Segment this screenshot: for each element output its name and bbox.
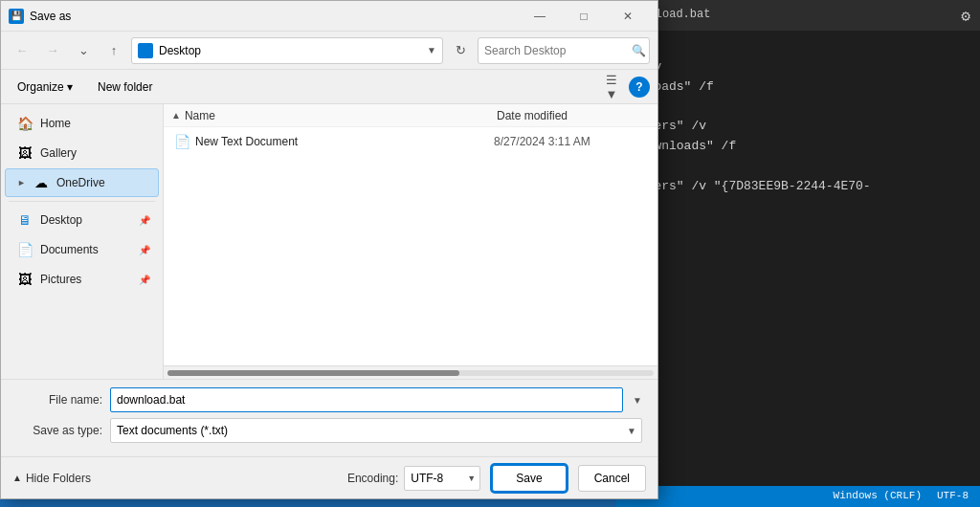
filetype-select-wrapper: Text documents (*.txt) ▼: [110, 418, 642, 443]
minimize-button[interactable]: —: [518, 1, 562, 32]
sidebar: 🏠 Home 🖼 Gallery ► ☁ OneDrive 🖥 Desktop …: [1, 104, 164, 379]
hide-folders-arrow-icon: ▲: [12, 473, 22, 483]
hide-folders-button[interactable]: ▲ Hide Folders: [12, 472, 91, 485]
code-editor: download.bat ⚙ " /v wnloads" /f olders" …: [616, 0, 980, 507]
organize-label: Organize ▾: [17, 80, 73, 94]
column-name[interactable]: Name: [185, 109, 497, 122]
search-bar[interactable]: 🔍: [478, 37, 650, 64]
dialog-content: 🏠 Home 🖼 Gallery ► ☁ OneDrive 🖥 Desktop …: [1, 104, 657, 379]
encoding-label: Encoding:: [347, 472, 398, 485]
forward-button[interactable]: →: [39, 37, 66, 64]
file-name-text: New Text Document: [195, 135, 488, 148]
filetype-label: Save as type:: [16, 424, 102, 437]
sidebar-documents-label: Documents: [40, 243, 131, 256]
filename-row: File name: ▼: [16, 387, 642, 412]
filename-dropdown-arrow[interactable]: ▼: [633, 395, 642, 406]
dialog-title: Save as: [30, 10, 518, 23]
save-button[interactable]: Save: [492, 465, 566, 492]
pictures-icon: 🖼: [17, 272, 33, 287]
onedrive-icon: ☁: [33, 175, 49, 190]
filetype-row: Save as type: Text documents (*.txt) ▼: [16, 418, 642, 443]
filename-label: File name:: [16, 393, 102, 407]
line-ending-status: Windows (CRLF): [834, 488, 922, 505]
file-toolbar: Organize ▾ New folder ☰ ▼ ?: [1, 70, 657, 104]
save-label: Save: [516, 472, 542, 485]
sidebar-item-desktop[interactable]: 🖥 Desktop 📌: [5, 206, 159, 234]
sidebar-item-gallery[interactable]: 🖼 Gallery: [5, 139, 159, 167]
filetype-select[interactable]: Text documents (*.txt): [110, 418, 642, 443]
new-folder-label: New folder: [98, 80, 152, 94]
sidebar-divider: [9, 201, 155, 202]
close-button[interactable]: ✕: [606, 1, 650, 32]
expand-arrow-icon: ►: [17, 178, 26, 187]
editor-statusbar: Windows (CRLF) UTF-8: [616, 486, 980, 507]
sort-arrow-icon: ▲: [171, 110, 181, 121]
maximize-button[interactable]: □: [562, 1, 606, 32]
editor-titlebar: download.bat ⚙: [616, 0, 980, 31]
code-line-6: [632, 157, 965, 177]
refresh-button[interactable]: ↻: [447, 37, 474, 64]
organize-button[interactable]: Organize ▾: [9, 75, 81, 99]
code-line-1: " /v: [632, 57, 965, 77]
gallery-icon: 🖼: [17, 145, 33, 161]
navigation-toolbar: ← → ⌄ ↑ Desktop ▼ ↻ 🔍: [1, 32, 657, 70]
recent-locations-button[interactable]: ⌄: [70, 37, 97, 64]
sidebar-item-home[interactable]: 🏠 Home: [5, 109, 159, 138]
pin-icon-3: 📌: [139, 275, 150, 285]
documents-icon: 📄: [17, 242, 33, 257]
sidebar-item-onedrive[interactable]: ► ☁ OneDrive: [5, 168, 159, 197]
new-folder-button[interactable]: New folder: [89, 75, 161, 99]
sidebar-gallery-label: Gallery: [40, 146, 150, 160]
code-line-7: olders" /v "{7D83EE9B-2244-4E70-: [632, 177, 965, 197]
dialog-footer: ▲ Hide Folders Encoding: UTF-8 ▼ Save Ca…: [1, 456, 657, 498]
address-bar[interactable]: Desktop ▼: [131, 37, 443, 64]
encoding-wrapper: Encoding: UTF-8 ▼: [347, 466, 480, 491]
editor-content: " /v wnloads" /f olders" /v \Downloads" …: [632, 57, 965, 197]
up-button[interactable]: ↑: [100, 37, 127, 64]
help-button[interactable]: ?: [629, 77, 650, 98]
dialog-titlebar: 💾 Save as — □ ✕: [1, 1, 657, 32]
encoding-select-wrapper: UTF-8 ▼: [404, 466, 480, 491]
encoding-select[interactable]: UTF-8: [404, 466, 480, 491]
hide-folders-label: Hide Folders: [26, 472, 91, 485]
view-options-button[interactable]: ☰ ▼: [598, 75, 625, 99]
sidebar-item-documents[interactable]: 📄 Documents 📌: [5, 235, 159, 264]
pin-icon-2: 📌: [139, 245, 150, 255]
pin-icon: 📌: [139, 215, 150, 226]
desktop-icon: 🖥: [17, 212, 33, 228]
horizontal-scrollbar[interactable]: [164, 365, 657, 379]
address-text: Desktop: [159, 44, 421, 57]
dialog-icon: 💾: [9, 9, 24, 24]
search-input[interactable]: [484, 44, 628, 57]
cancel-button[interactable]: Cancel: [578, 465, 646, 492]
code-line-4: olders" /v: [632, 117, 965, 137]
cancel-label: Cancel: [594, 472, 630, 485]
file-date-text: 8/27/2024 3:11 AM: [494, 135, 647, 148]
encoding-status: UTF-8: [937, 488, 969, 505]
sidebar-desktop-label: Desktop: [40, 213, 131, 227]
gear-icon[interactable]: ⚙: [961, 6, 970, 31]
dialog-form: File name: ▼ Save as type: Text document…: [1, 379, 657, 456]
address-icon: [138, 43, 153, 58]
sidebar-item-pictures[interactable]: 🖼 Pictures 📌: [5, 265, 159, 294]
sidebar-onedrive-label: OneDrive: [56, 176, 150, 189]
address-dropdown-arrow[interactable]: ▼: [427, 45, 436, 55]
footer-right: Encoding: UTF-8 ▼ Save Cancel: [347, 465, 646, 492]
sidebar-pictures-label: Pictures: [40, 273, 131, 286]
scroll-thumb: [167, 370, 459, 376]
column-date-modified[interactable]: Date modified: [497, 109, 650, 122]
titlebar-controls: — □ ✕: [518, 1, 650, 32]
home-icon: 🏠: [17, 116, 33, 131]
search-icon: 🔍: [632, 44, 646, 57]
filename-input[interactable]: [110, 387, 623, 412]
text-file-icon: 📄: [174, 134, 189, 149]
code-line-3: [632, 98, 965, 118]
save-as-dialog: 💾 Save as — □ ✕ ← → ⌄ ↑ Desktop ▼ ↻ 🔍 Or…: [0, 0, 658, 499]
sidebar-home-label: Home: [40, 117, 150, 130]
scroll-track: [167, 370, 654, 376]
file-list-header: ▲ Name Date modified: [164, 104, 657, 127]
file-item-new-text-document[interactable]: 📄 New Text Document 8/27/2024 3:11 AM: [166, 128, 656, 155]
code-line-2: wnloads" /f: [632, 77, 965, 98]
file-list: ▲ Name Date modified 📄 New Text Document…: [164, 104, 657, 365]
back-button[interactable]: ←: [9, 37, 35, 64]
